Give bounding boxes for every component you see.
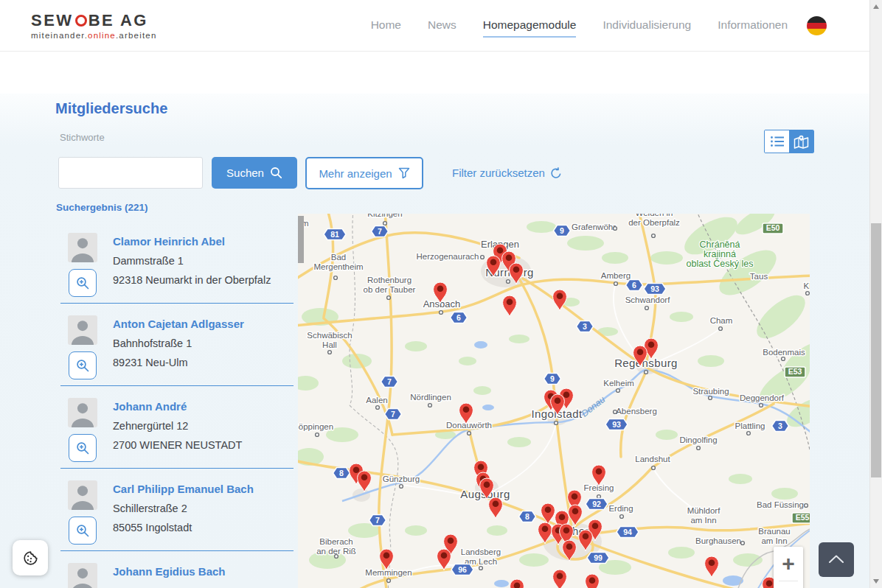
map-city-dot	[760, 404, 763, 407]
map-city-label: Bad Füssing	[757, 500, 804, 509]
map-view-icon	[794, 135, 809, 149]
map-river-label: Donau	[580, 394, 608, 419]
magnifier-plus-icon	[76, 276, 90, 290]
cookie-settings-button[interactable]	[13, 540, 48, 575]
nav-item-individualisierung[interactable]: Individualisierung	[603, 13, 691, 39]
svg-text:7: 7	[391, 410, 395, 419]
map-city-dot	[481, 256, 485, 259]
member-city: 89231 Neu-Ulm	[113, 357, 188, 368]
member-name-link[interactable]: Clamor Heinrich Abel	[113, 235, 225, 248]
scrollbar-up-arrow[interactable]	[873, 4, 879, 9]
nav-item-home[interactable]: Home	[371, 13, 401, 39]
map-zoom-in-button[interactable]: +	[774, 547, 803, 581]
map-marker-pin[interactable]	[380, 549, 394, 570]
map-marker-pin[interactable]	[510, 579, 524, 588]
scrollbar-down-arrow[interactable]	[873, 579, 879, 584]
map-city-dot	[597, 495, 601, 499]
map-marker-pin[interactable]	[503, 295, 517, 317]
logo[interactable]: SEWBE AG miteinander.online.arbeiten	[31, 11, 157, 40]
map-marker-pin[interactable]	[541, 503, 555, 525]
map-city-label: Burghausen	[695, 536, 741, 545]
map-city-label: Deggendorf	[740, 393, 785, 402]
map-zoom-separator	[779, 581, 798, 581]
svg-text:9: 9	[550, 374, 555, 383]
map-zoom-control: +	[774, 547, 803, 588]
reset-filter-link[interactable]: Filter zurücksetzen	[452, 167, 562, 179]
search-button[interactable]: Suchen	[212, 157, 297, 189]
map-panel[interactable]: heimKitzingenBadMergentheimHerzogenaurac…	[298, 214, 810, 588]
avatar	[68, 315, 97, 345]
member-detail-zoom-button[interactable]	[69, 517, 97, 545]
map-city-dot	[428, 404, 432, 407]
results-count-label: Suchergebnis (221)	[56, 202, 148, 213]
show-more-button[interactable]: Mehr anzeigen	[305, 157, 423, 189]
keyword-input[interactable]	[58, 157, 203, 189]
magnifier-plus-icon	[76, 441, 90, 455]
svg-text:3: 3	[778, 421, 782, 430]
member-detail-zoom-button[interactable]	[69, 351, 97, 379]
map-city-label: Aalen	[366, 396, 387, 405]
map-city-label: Biberachan der Riß	[316, 537, 356, 556]
map-city-label: Taus	[750, 272, 768, 281]
map-marker-pin[interactable]	[437, 549, 451, 570]
map-marker-pin[interactable]	[705, 556, 719, 578]
map-city-dot	[383, 222, 387, 225]
map-city-label: Donauwörth	[446, 421, 492, 430]
avatar	[68, 398, 97, 427]
map-city-label: Göppingen	[298, 422, 333, 431]
list-view-button[interactable]	[765, 130, 789, 153]
map-city-dot	[387, 296, 391, 300]
svg-text:93: 93	[650, 284, 659, 293]
logo-text-post: BE AG	[88, 11, 148, 30]
page-scrollbar[interactable]	[869, 0, 882, 588]
scrollbar-thumb[interactable]	[871, 223, 881, 477]
view-toggle	[764, 130, 814, 153]
language-flag-german-icon[interactable]	[807, 16, 827, 35]
results-list: Clamor Heinrich AbelDammstraße 192318 Ne…	[0, 222, 298, 588]
map-scrollbar-thumb[interactable]	[298, 216, 304, 263]
map-city-label: Nördlingen	[410, 393, 451, 402]
map-city-dot	[617, 389, 620, 393]
person-icon	[68, 233, 97, 262]
svg-text:9: 9	[560, 226, 564, 235]
nav-item-homepagemodule[interactable]: Homepagemodule	[483, 13, 577, 39]
member-city: 85055 Ingolstadt	[113, 522, 192, 533]
map-view-button[interactable]	[789, 130, 813, 153]
map-city-label: Bodenmais	[763, 348, 805, 357]
svg-text:7: 7	[375, 516, 380, 525]
nav-item-news[interactable]: News	[428, 13, 456, 39]
map-city-dot	[645, 307, 649, 310]
filter-funnel-icon	[398, 167, 410, 179]
search-icon	[270, 167, 282, 179]
map-city-dot	[376, 406, 380, 410]
map-city-label: Rothenburgob der Tauber	[364, 276, 416, 294]
scroll-to-top-button[interactable]	[819, 542, 854, 577]
svg-text:6: 6	[456, 313, 461, 322]
map-marker-pin[interactable]	[586, 574, 600, 588]
member-name-link[interactable]: Anton Cajetan Adlgasser	[113, 318, 244, 330]
svg-text:92: 92	[592, 500, 601, 508]
map-city-label: Kelheim	[603, 379, 634, 388]
map-marker-pin[interactable]	[489, 497, 503, 519]
member-detail-zoom-button[interactable]	[69, 434, 97, 462]
result-item: Johann AndréZehnergürtel 122700 WIENER N…	[0, 392, 298, 475]
map-city-dot	[806, 292, 810, 295]
avatar	[68, 480, 97, 510]
svg-text:93: 93	[612, 420, 621, 429]
magnifier-plus-icon	[76, 359, 90, 373]
member-name-link[interactable]: Johann André	[113, 400, 187, 413]
member-name-link[interactable]: Johann Egidius Bach	[113, 565, 226, 578]
reset-undo-icon	[550, 167, 562, 179]
member-name-link[interactable]: Carl Philipp Emanuel Bach	[113, 483, 254, 495]
map-city-label: Cham	[710, 316, 733, 325]
map-canvas[interactable]: heimKitzingenBadMergentheimHerzogenaurac…	[298, 214, 810, 588]
logo-tagline: miteinander.online.arbeiten	[31, 31, 157, 40]
map-city-dot	[328, 351, 332, 354]
member-detail-zoom-button[interactable]	[69, 269, 97, 297]
nav-item-informationen[interactable]: Informationen	[718, 13, 788, 39]
svg-text:81: 81	[330, 230, 339, 239]
map-city-dot	[805, 504, 808, 508]
svg-text:99: 99	[594, 553, 603, 562]
map-city-label: Weiden inder Oberpfalz	[628, 214, 680, 227]
map-marker-pin[interactable]	[553, 570, 567, 588]
